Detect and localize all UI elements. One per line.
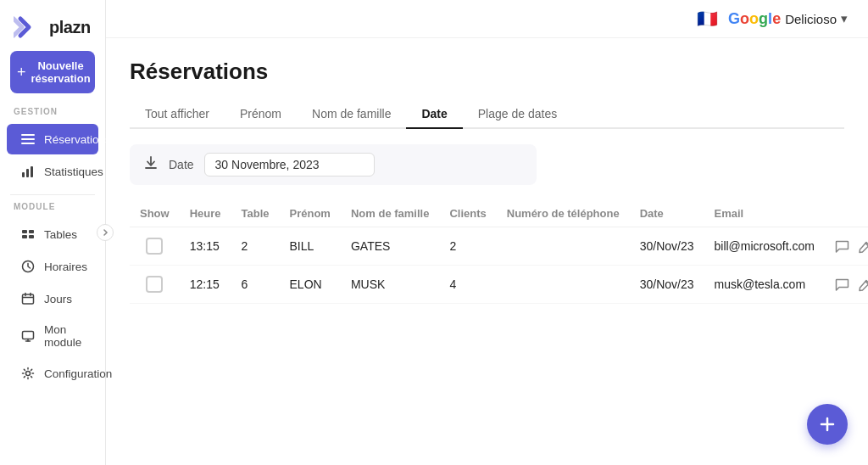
cell-heure-0: 13:15: [180, 227, 231, 266]
cell-show-0: [130, 227, 180, 266]
cell-heure-1: 12:15: [180, 266, 231, 304]
new-reservation-button[interactable]: + Nouvelle réservation: [10, 51, 95, 93]
chart-icon: [20, 164, 36, 179]
tab-plage[interactable]: Plage de dates: [463, 100, 572, 129]
edit-icon-1[interactable]: [858, 277, 868, 292]
svg-rect-1: [21, 138, 35, 140]
page-content: Réservations Tout afficher Prénom Nom de…: [106, 38, 868, 465]
col-header-show: Show: [130, 200, 180, 227]
svg-rect-9: [29, 235, 34, 238]
section-module-label: MODULE: [0, 202, 105, 218]
sidebar-item-mon-module[interactable]: Mon module: [7, 316, 98, 356]
col-header-prenom: Prénom: [280, 200, 341, 227]
table-row: 13:15 2 BILL GATES 2 30/Nov/23 bill@micr…: [130, 227, 868, 266]
cell-actions-0: [825, 227, 868, 266]
col-header-telephone: Numéro de téléphone: [497, 200, 630, 227]
edit-icon-0[interactable]: [858, 239, 868, 254]
clock-icon: [20, 259, 36, 274]
filter-bar: Date: [130, 144, 537, 185]
cell-date-0: 30/Nov/23: [630, 227, 704, 266]
cell-email-0: bill@microsoft.com: [704, 227, 825, 266]
cell-nom-0: GATES: [341, 227, 439, 266]
cell-clients-0: 2: [439, 227, 496, 266]
cell-telephone-0: [497, 227, 630, 266]
plazn-logo-icon: [14, 15, 44, 39]
col-header-clients: Clients: [439, 200, 496, 227]
main-content: 🇫🇷 Google Delicioso ▾ Réservations Tout …: [106, 0, 868, 465]
download-icon[interactable]: [143, 155, 159, 175]
svg-rect-7: [29, 230, 34, 233]
sidebar-item-jours[interactable]: Jours: [7, 283, 98, 314]
svg-point-13: [26, 372, 31, 376]
row-checkbox-0[interactable]: [146, 238, 163, 255]
monitor-icon: [20, 328, 36, 344]
sidebar-toggle[interactable]: [97, 224, 114, 241]
col-header-date: Date: [630, 200, 704, 227]
col-header-nom: Nom de famille: [341, 200, 439, 227]
sidebar-item-jours-label: Jours: [44, 293, 72, 305]
svg-rect-11: [23, 294, 34, 304]
filter-date-label: Date: [169, 158, 194, 171]
cell-actions-1: [825, 266, 868, 304]
section-gestion-label: GESTION: [0, 107, 105, 123]
logo-text: plazn: [49, 18, 91, 37]
col-header-email: Email: [704, 200, 825, 227]
sidebar-item-reservations[interactable]: Réservations: [7, 124, 98, 154]
sidebar: plazn + Nouvelle réservation GESTION Rés…: [0, 0, 106, 465]
cell-clients-1: 4: [439, 266, 496, 304]
cell-nom-1: MUSK: [341, 266, 439, 304]
chevron-down-icon: ▾: [841, 11, 848, 26]
svg-rect-4: [26, 169, 29, 177]
calendar-icon: [20, 291, 36, 306]
col-header-table: Table: [231, 200, 280, 227]
sidebar-item-statistiques-label: Statistiques: [44, 165, 103, 178]
col-header-heure: Heure: [180, 200, 231, 227]
sidebar-item-configuration-label: Configuration: [44, 367, 112, 380]
new-reservation-label: Nouvelle réservation: [31, 59, 91, 85]
cell-show-1: [130, 266, 180, 304]
page-title: Réservations: [130, 59, 844, 85]
sidebar-item-statistiques[interactable]: Statistiques: [7, 156, 98, 187]
row-checkbox-1[interactable]: [146, 276, 163, 293]
fab-button[interactable]: [807, 404, 848, 445]
google-brand[interactable]: Google Delicioso ▾: [728, 10, 848, 28]
cell-email-1: musk@tesla.com: [704, 266, 825, 304]
tab-nom[interactable]: Nom de famille: [297, 100, 406, 129]
sidebar-item-horaires[interactable]: Horaires: [7, 251, 98, 282]
svg-rect-2: [21, 143, 35, 144]
cell-date-1: 30/Nov/23: [630, 266, 704, 304]
col-header-actions: [825, 200, 868, 227]
brand-name: Delicioso: [785, 12, 837, 26]
sidebar-item-horaires-label: Horaires: [44, 261, 87, 273]
sidebar-item-configuration[interactable]: Configuration: [7, 358, 98, 389]
svg-rect-6: [22, 230, 27, 233]
filter-date-input[interactable]: [204, 153, 375, 176]
sidebar-item-tables[interactable]: Tables: [7, 219, 98, 249]
sidebar-item-mon-module-label: Mon module: [44, 323, 85, 349]
cell-telephone-1: [497, 266, 630, 304]
reservations-table: Show Heure Table Prénom Nom de famille C…: [130, 200, 868, 304]
svg-rect-5: [31, 166, 33, 177]
svg-rect-8: [22, 235, 27, 238]
svg-rect-3: [22, 172, 25, 177]
plus-icon: +: [17, 64, 26, 80]
svg-rect-0: [21, 134, 35, 136]
sidebar-item-reservations-label: Réservations: [44, 133, 111, 146]
comment-icon-0[interactable]: [835, 239, 849, 254]
gear-icon: [20, 366, 36, 381]
cell-prenom-1: ELON: [280, 266, 341, 304]
tab-date[interactable]: Date: [406, 100, 462, 129]
topbar: 🇫🇷 Google Delicioso ▾: [106, 0, 868, 38]
cell-table-0: 2: [231, 227, 280, 266]
comment-icon-1[interactable]: [835, 277, 849, 292]
svg-rect-12: [23, 332, 34, 339]
tab-prenom[interactable]: Prénom: [225, 100, 297, 129]
logo: plazn: [0, 0, 105, 51]
tab-tout[interactable]: Tout afficher: [130, 100, 225, 129]
list-icon: [20, 132, 36, 147]
google-g-icon: Google: [728, 10, 781, 28]
tabs-bar: Tout afficher Prénom Nom de famille Date…: [130, 100, 844, 129]
sidebar-item-tables-label: Tables: [44, 228, 77, 241]
cell-prenom-0: BILL: [280, 227, 341, 266]
cell-table-1: 6: [231, 266, 280, 304]
